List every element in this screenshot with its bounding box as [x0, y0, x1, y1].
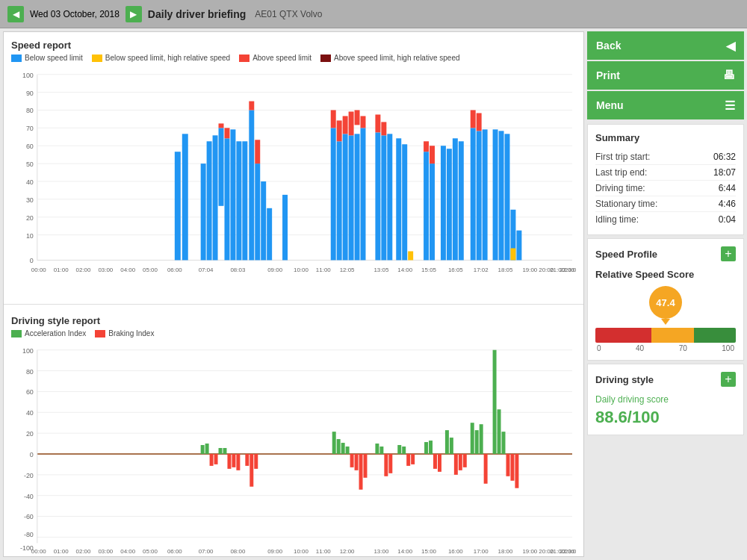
svg-rect-30	[224, 138, 229, 260]
svg-text:90: 90	[26, 90, 34, 97]
svg-rect-151	[397, 445, 401, 454]
svg-text:03:00: 03:00	[98, 267, 113, 273]
svg-text:0: 0	[30, 451, 34, 458]
svg-text:13:00: 13:00	[374, 548, 388, 555]
legend-swatch-brake-red	[95, 330, 105, 337]
left-panel: Speed report Below speed limit Below spe…	[3, 31, 584, 557]
svg-text:02:00: 02:00	[76, 267, 91, 273]
right-panel: Back ◀ Print 🖶 Menu ☰ Summary First trip…	[587, 31, 744, 557]
driving-chart-section: Driving style report Acceleration Index …	[4, 308, 583, 557]
legend-above-high: Above speed limit, high relative speed	[320, 54, 459, 62]
svg-text:50: 50	[26, 161, 34, 168]
svg-text:40: 40	[26, 178, 34, 186]
svg-text:03:00: 03:00	[98, 548, 113, 555]
svg-rect-136	[245, 454, 249, 466]
svg-rect-58	[387, 134, 392, 260]
svg-text:07:04: 07:04	[199, 267, 214, 273]
svg-rect-127	[201, 445, 205, 454]
svg-rect-27	[213, 135, 218, 260]
speed-chart-svg: 100 90 80 70 60 50 40 30 20	[11, 66, 576, 290]
menu-button[interactable]: Menu ☰	[587, 91, 744, 119]
svg-text:40: 40	[26, 409, 34, 417]
driving-chart-legend: Acceleration Index Braking Index	[11, 329, 576, 337]
svg-rect-46	[343, 134, 348, 260]
svg-rect-128	[205, 444, 209, 454]
header-subtitle: AE01 QTX Volvo	[255, 9, 322, 19]
driving-style-title: Driving style	[595, 374, 654, 385]
score-number: 88.6	[595, 408, 627, 426]
svg-text:20: 20	[26, 214, 34, 222]
idling-time-value: 0:04	[719, 214, 736, 225]
legend-label-accel: Acceleration Index	[25, 329, 86, 337]
svg-rect-24	[182, 134, 188, 260]
svg-rect-158	[438, 454, 441, 472]
svg-rect-64	[430, 164, 435, 260]
score-suffix: /100	[627, 408, 660, 426]
speed-chart-title: Speed report	[11, 40, 576, 51]
svg-rect-131	[219, 448, 223, 454]
svg-rect-169	[498, 409, 501, 454]
speed-profile-expand[interactable]: +	[721, 246, 736, 261]
menu-icon: ☰	[725, 99, 735, 113]
speed-chart-area: 100 90 80 70 60 50 40 30 20	[11, 66, 576, 301]
back-button[interactable]: Back ◀	[587, 31, 744, 60]
svg-text:16:05: 16:05	[448, 267, 463, 273]
svg-rect-67	[447, 149, 452, 260]
svg-text:11:00: 11:00	[316, 267, 331, 273]
svg-text:13:05: 13:05	[374, 267, 388, 273]
svg-rect-42	[331, 128, 336, 260]
svg-text:01:00: 01:00	[54, 548, 69, 555]
svg-rect-156	[429, 441, 433, 454]
svg-rect-146	[364, 454, 368, 478]
speed-bar	[595, 328, 736, 343]
svg-text:06:00: 06:00	[167, 267, 182, 273]
svg-text:17:00: 17:00	[474, 548, 489, 555]
summary-stationary-time: Stationary time: 4:46	[595, 196, 736, 212]
svg-text:80: 80	[26, 107, 34, 114]
svg-rect-168	[493, 350, 497, 454]
svg-text:100: 100	[22, 72, 34, 79]
next-btn[interactable]: ▶	[125, 6, 142, 22]
prev-btn[interactable]: ◀	[7, 6, 24, 22]
svg-rect-32	[230, 129, 235, 260]
svg-text:80: 80	[26, 368, 34, 376]
svg-rect-38	[255, 140, 260, 164]
legend-swatch-darkred	[320, 55, 331, 62]
svg-rect-70	[471, 128, 476, 260]
print-button[interactable]: Print 🖶	[587, 61, 744, 90]
svg-rect-133	[227, 454, 231, 469]
svg-rect-155	[424, 442, 428, 454]
svg-rect-173	[515, 454, 518, 488]
svg-text:10:00: 10:00	[294, 267, 309, 273]
driving-chart-title: Driving style report	[11, 315, 576, 326]
svg-rect-28	[219, 128, 224, 205]
svg-text:04:00: 04:00	[120, 267, 135, 273]
svg-rect-56	[381, 135, 386, 260]
svg-text:100: 100	[22, 347, 34, 355]
relative-speed-title: Relative Speed Score	[595, 269, 736, 280]
svg-text:02:00: 02:00	[76, 548, 91, 555]
svg-text:0: 0	[30, 257, 34, 264]
svg-text:12:00: 12:00	[340, 548, 355, 555]
svg-rect-71	[471, 110, 476, 128]
speed-bar-green	[694, 328, 736, 343]
svg-rect-165	[475, 430, 479, 454]
svg-rect-150	[388, 454, 392, 473]
svg-rect-79	[516, 231, 521, 261]
svg-rect-144	[355, 454, 359, 470]
svg-rect-49	[349, 111, 354, 135]
svg-rect-161	[454, 454, 458, 475]
svg-text:11:00: 11:00	[316, 548, 331, 555]
legend-accel: Acceleration Index	[11, 329, 86, 337]
legend-label-1: Below speed limit	[25, 54, 83, 62]
svg-rect-40	[267, 208, 272, 261]
svg-text:04:00: 04:00	[120, 548, 135, 555]
stationary-time-label: Stationary time:	[595, 199, 657, 209]
svg-text:19:00: 19:00	[522, 548, 537, 555]
svg-text:07:00: 07:00	[199, 548, 214, 555]
svg-rect-157	[433, 454, 437, 469]
svg-text:00:00: 00:00	[31, 267, 46, 273]
svg-rect-29	[219, 123, 224, 128]
svg-rect-57	[381, 122, 386, 135]
driving-style-expand[interactable]: +	[721, 372, 736, 387]
